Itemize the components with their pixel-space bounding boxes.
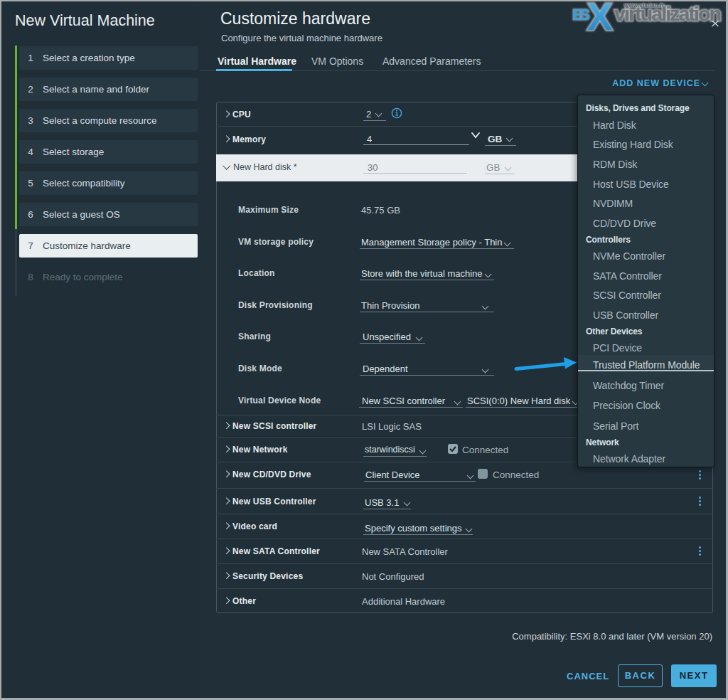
svg-text:X: X	[587, 0, 612, 34]
svg-text:virtualization: virtualization	[614, 2, 722, 25]
